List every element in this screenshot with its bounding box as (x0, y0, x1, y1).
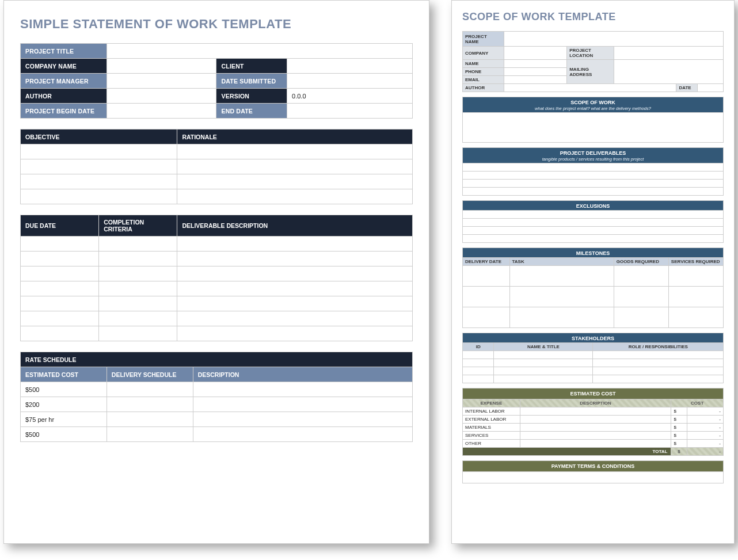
exclusion-row[interactable] (463, 227, 724, 235)
table-cell[interactable] (614, 287, 668, 307)
scope-body[interactable] (463, 113, 724, 143)
cost-value[interactable]: - (687, 407, 723, 416)
date-submitted-field[interactable] (287, 74, 413, 89)
table-cell[interactable] (463, 287, 510, 307)
phone-field[interactable] (504, 68, 567, 76)
rate-description-cell[interactable] (193, 427, 412, 442)
rate-schedule-cell[interactable] (106, 412, 193, 427)
exclusion-row[interactable] (463, 219, 724, 227)
table-cell[interactable] (494, 375, 593, 383)
table-cell[interactable] (668, 266, 723, 287)
rate-cost-cell[interactable]: $200 (21, 397, 107, 412)
rate-schedule-cell[interactable] (106, 397, 193, 412)
project-name-field[interactable] (504, 32, 724, 47)
table-cell[interactable] (99, 237, 177, 252)
table-cell[interactable] (177, 311, 413, 326)
table-cell[interactable] (509, 307, 614, 328)
table-cell[interactable] (593, 351, 724, 359)
objective-cell[interactable] (21, 189, 177, 204)
expense-description[interactable] (520, 432, 671, 440)
table-cell[interactable] (463, 359, 494, 367)
table-cell[interactable] (21, 326, 99, 341)
version-field[interactable]: 0.0.0 (287, 89, 413, 104)
table-cell[interactable] (21, 311, 99, 326)
table-cell[interactable] (463, 375, 494, 383)
table-cell[interactable] (668, 307, 723, 328)
project-location-field[interactable] (614, 47, 723, 60)
project-title-field[interactable] (106, 44, 412, 59)
table-cell[interactable] (99, 252, 177, 266)
table-cell[interactable] (99, 281, 177, 296)
client-field[interactable] (287, 59, 413, 74)
expense-description[interactable] (520, 440, 671, 448)
exclusion-row[interactable] (463, 211, 724, 219)
table-cell[interactable] (668, 287, 723, 307)
table-cell[interactable] (21, 296, 99, 311)
expense-description[interactable] (520, 416, 671, 424)
cost-value[interactable]: - (687, 424, 723, 432)
table-cell[interactable] (99, 296, 177, 311)
table-cell[interactable] (494, 359, 593, 367)
table-cell[interactable] (21, 281, 99, 296)
table-cell[interactable] (177, 266, 413, 281)
objective-cell[interactable] (21, 159, 177, 174)
rate-cost-cell[interactable]: $75 per hr (21, 412, 107, 427)
table-cell[interactable] (593, 359, 724, 367)
table-cell[interactable] (463, 307, 510, 328)
rationale-cell[interactable] (177, 159, 413, 174)
company-name-field[interactable] (106, 59, 216, 74)
table-cell[interactable] (494, 367, 593, 375)
rate-cost-cell[interactable]: $500 (21, 382, 107, 397)
table-cell[interactable] (593, 375, 724, 383)
table-cell[interactable] (509, 266, 614, 287)
rate-description-cell[interactable] (193, 397, 412, 412)
rationale-cell[interactable] (177, 144, 413, 159)
table-cell[interactable] (463, 266, 510, 287)
cost-value[interactable]: - (687, 440, 723, 448)
project-manager-field[interactable] (106, 74, 216, 89)
deliverable-row[interactable] (463, 188, 724, 196)
author-field-2[interactable] (504, 84, 676, 92)
objective-cell[interactable] (21, 174, 177, 189)
name-field[interactable] (504, 60, 567, 68)
table-cell[interactable] (463, 367, 494, 375)
rate-schedule-cell[interactable] (106, 382, 193, 397)
begin-date-field[interactable] (106, 104, 216, 119)
rationale-cell[interactable] (177, 189, 413, 204)
table-cell[interactable] (177, 252, 413, 266)
company-field[interactable] (504, 47, 567, 60)
table-cell[interactable] (21, 237, 99, 252)
email-field[interactable] (504, 76, 567, 84)
rate-description-cell[interactable] (193, 412, 412, 427)
rationale-cell[interactable] (177, 174, 413, 189)
deliverable-row[interactable] (463, 172, 724, 180)
table-cell[interactable] (593, 367, 724, 375)
payment-terms-body[interactable] (463, 472, 724, 483)
table-cell[interactable] (614, 266, 668, 287)
table-cell[interactable] (99, 311, 177, 326)
rate-description-cell[interactable] (193, 382, 412, 397)
table-cell[interactable] (99, 266, 177, 281)
table-cell[interactable] (177, 281, 413, 296)
table-cell[interactable] (614, 307, 668, 328)
exclusion-row[interactable] (463, 235, 724, 243)
table-cell[interactable] (177, 296, 413, 311)
deliverable-row[interactable] (463, 163, 724, 172)
table-cell[interactable] (177, 237, 413, 252)
rate-schedule-cell[interactable] (106, 427, 193, 442)
end-date-field[interactable] (287, 104, 413, 119)
table-cell[interactable] (494, 351, 593, 359)
rate-cost-cell[interactable]: $500 (21, 427, 107, 442)
table-cell[interactable] (463, 351, 494, 359)
table-cell[interactable] (509, 287, 614, 307)
author-field[interactable] (106, 89, 216, 104)
table-cell[interactable] (21, 266, 99, 281)
objective-cell[interactable] (21, 144, 177, 159)
cost-value[interactable]: - (687, 432, 723, 440)
mailing-address-field[interactable] (614, 60, 723, 84)
table-cell[interactable] (21, 252, 99, 266)
cost-value[interactable]: - (687, 416, 723, 424)
table-cell[interactable] (99, 326, 177, 341)
deliverable-row[interactable] (463, 180, 724, 188)
table-cell[interactable] (177, 326, 413, 341)
